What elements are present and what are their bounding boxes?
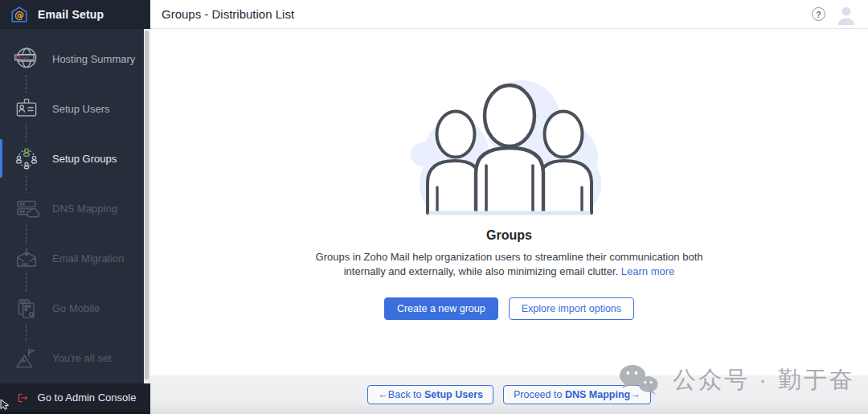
topbar: Groups - Distribution List ? (150, 0, 868, 29)
learn-more-link[interactable]: Learn more (621, 265, 674, 277)
back-to-setup-users-button[interactable]: ←Back to Setup Users (367, 385, 493, 404)
groups-illustration (150, 77, 868, 215)
globe-www-icon: www (11, 43, 42, 74)
sidebar-item-label: DNS Mapping (52, 203, 117, 215)
sidebar-item-dns-mapping[interactable]: DNS Mapping (0, 183, 144, 233)
mountain-flag-icon (11, 342, 42, 373)
explore-import-options-button[interactable]: Explore import options (509, 297, 634, 320)
sidebar-item-label: Go Mobile (52, 302, 100, 314)
groups-empty-state: Groups Groups in Zoho Mail help organiza… (150, 77, 868, 320)
setup-steps: www Hosting Summary Setup Users (0, 34, 144, 383)
go-to-admin-console-label: Go to Admin Console (38, 391, 137, 404)
page-title: Groups - Distribution List (162, 7, 294, 21)
sidebar-item-setup-groups[interactable]: Setup Groups (0, 133, 144, 183)
wizard-nav-footer: ←Back to Setup Users Proceed to DNS Mapp… (150, 375, 868, 414)
left-arrow-icon: ← (378, 389, 388, 400)
email-setup-window: @ Email Setup www Ho (0, 0, 868, 414)
sidebar-item-email-migration[interactable]: Email Migration (0, 233, 144, 283)
groups-description: Groups in Zoho Mail help organization us… (150, 250, 868, 279)
sidebar-item-youre-all-set[interactable]: You're all set (0, 333, 144, 383)
help-icon[interactable]: ? (812, 7, 825, 21)
groups-heading: Groups (150, 228, 868, 243)
exit-door-icon (14, 390, 31, 406)
groups-icon (11, 143, 42, 174)
app-title: Email Setup (38, 8, 104, 21)
mobile-qr-icon (11, 293, 42, 323)
create-new-group-button[interactable]: Create a new group (384, 297, 498, 320)
go-to-admin-console-button[interactable]: Go to Admin Console (0, 383, 150, 414)
sidebar-item-setup-users[interactable]: Setup Users (0, 84, 144, 133)
sidebar-item-go-mobile[interactable]: Go Mobile (0, 283, 144, 333)
sidebar-item-label: Hosting Summary (52, 53, 135, 65)
main-panel: Groups - Distribution List ? (150, 0, 868, 414)
right-arrow-icon: → (630, 389, 641, 400)
sidebar-header: @ Email Setup (0, 0, 150, 29)
sidebar-item-hosting-summary[interactable]: www Hosting Summary (0, 34, 144, 84)
user-avatar[interactable] (836, 4, 857, 25)
dns-server-icon (11, 193, 42, 223)
sidebar-scrollbar-thumb[interactable] (145, 31, 149, 379)
zoho-mail-logo-icon: @ (9, 4, 30, 25)
description-line2: internally and externally, while also mi… (344, 265, 619, 277)
svg-text:www: www (21, 55, 30, 59)
mouse-cursor (0, 399, 10, 413)
proceed-to-dns-mapping-button[interactable]: Proceed to DNS Mapping→ (503, 385, 651, 404)
email-migration-icon (11, 243, 42, 273)
id-card-icon (11, 93, 42, 124)
sidebar-item-label: Setup Groups (52, 153, 117, 165)
sidebar-scrollbar[interactable] (144, 29, 150, 383)
description-line1: Groups in Zoho Mail help organization us… (316, 251, 703, 263)
sidebar-item-label: Setup Users (52, 103, 110, 115)
sidebar-item-label: You're all set (52, 352, 112, 364)
svg-text:@: @ (14, 10, 24, 21)
sidebar-item-label: Email Migration (52, 252, 125, 264)
setup-sidebar: @ Email Setup www Ho (0, 0, 150, 414)
